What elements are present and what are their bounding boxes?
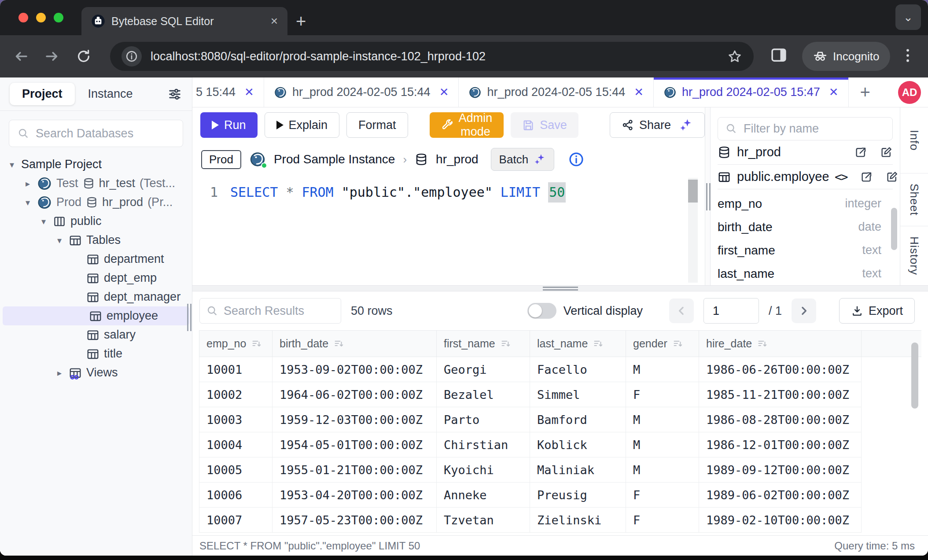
- tab-close-icon[interactable]: ✕: [244, 85, 254, 99]
- cell-first-name[interactable]: Parto: [437, 407, 530, 432]
- editor-tab-active[interactable]: hr_prod 2024-02-05 15:47 ✕: [654, 77, 849, 107]
- view-code-icon[interactable]: <>: [835, 170, 847, 184]
- tab-close-icon[interactable]: ✕: [634, 85, 644, 99]
- tree-item-table[interactable]: employee: [3, 306, 189, 325]
- cell-birth-date[interactable]: 1959-12-03T00:00:00Z: [273, 407, 437, 432]
- results-scrollbar-thumb[interactable]: [911, 343, 918, 409]
- column-row[interactable]: last_name text: [718, 262, 893, 285]
- tab-project[interactable]: Project: [10, 83, 75, 105]
- instance-name[interactable]: Prod Sample Instance: [274, 152, 395, 166]
- table-row[interactable]: 10003 1959-12-03T00:00:00Z Parto Bamford…: [199, 407, 921, 432]
- tab-search-chevron-button[interactable]: ⌄: [895, 4, 921, 30]
- tab-close-icon[interactable]: ✕: [439, 85, 449, 99]
- macos-minimize-button[interactable]: [36, 13, 46, 22]
- cell-hire-date[interactable]: 1986-12-01T00:00:00Z: [699, 432, 862, 457]
- cell-birth-date[interactable]: 1954-05-01T00:00:00Z: [273, 432, 437, 457]
- tree-item-table[interactable]: dept_manager: [0, 287, 192, 306]
- tree-item-tables-group[interactable]: ▾ Tables: [0, 231, 192, 250]
- schema-table-row[interactable]: public.employee <>: [718, 165, 893, 189]
- url-text[interactable]: localhost:8080/sql-editor/prod-sample-in…: [151, 50, 718, 63]
- cell-birth-date[interactable]: 1964-06-02T00:00:00Z: [273, 382, 437, 407]
- cell-last-name[interactable]: Facello: [530, 357, 626, 382]
- export-button[interactable]: Export: [839, 298, 915, 324]
- cell-first-name[interactable]: Anneke: [437, 483, 530, 508]
- tree-item-project[interactable]: ▾ Sample Project: [0, 155, 192, 174]
- caret-down-icon[interactable]: ▾: [7, 159, 17, 170]
- site-info-icon[interactable]: [122, 46, 142, 66]
- forward-icon[interactable]: [42, 47, 62, 66]
- cell-first-name[interactable]: Chirstian: [437, 432, 530, 457]
- cell-last-name[interactable]: Koblick: [530, 432, 626, 457]
- cell-emp-no[interactable]: 10001: [199, 357, 273, 382]
- sort-icon[interactable]: [593, 339, 604, 349]
- tree-settings-icon[interactable]: [167, 87, 182, 102]
- column-header[interactable]: first_name: [437, 331, 530, 357]
- tab-close-icon[interactable]: ✕: [829, 85, 839, 99]
- cell-emp-no[interactable]: 10007: [199, 508, 273, 533]
- tree-item-views-group[interactable]: ▸ Views: [0, 363, 192, 382]
- cell-emp-no[interactable]: 10005: [199, 457, 273, 483]
- connection-info-icon[interactable]: [568, 151, 584, 167]
- column-header[interactable]: hire_date: [699, 331, 862, 357]
- tree-item-schema-public[interactable]: ▾ public: [0, 212, 192, 231]
- cell-hire-date[interactable]: 1985-11-21T00:00:00Z: [699, 382, 862, 407]
- table-row[interactable]: 10007 1957-05-23T00:00:00Z Tzvetan Zieli…: [199, 508, 921, 533]
- cell-first-name[interactable]: Georgi: [437, 357, 530, 382]
- cell-gender[interactable]: F: [626, 508, 699, 533]
- cell-hire-date[interactable]: 1989-02-10T00:00:00Z: [699, 508, 862, 533]
- rail-tab-info[interactable]: Info: [900, 107, 928, 173]
- splitter-grip[interactable]: [706, 183, 711, 210]
- caret-down-icon[interactable]: ▾: [39, 216, 48, 227]
- sort-icon[interactable]: [334, 339, 344, 349]
- admin-mode-button[interactable]: Admin mode: [430, 112, 504, 138]
- column-header[interactable]: emp_no: [199, 331, 273, 357]
- side-panel-icon[interactable]: [770, 46, 788, 64]
- caret-down-icon[interactable]: ▾: [55, 235, 64, 246]
- prev-page-button[interactable]: [669, 298, 694, 323]
- column-header[interactable]: gender: [626, 331, 699, 357]
- cell-gender[interactable]: F: [626, 483, 699, 508]
- results-splitter[interactable]: [192, 285, 928, 291]
- macos-zoom-button[interactable]: [54, 13, 63, 22]
- editor-tab[interactable]: hr_prod 2024-02-05 15:44 ✕: [459, 77, 654, 107]
- tree-item-table[interactable]: dept_emp: [0, 269, 192, 287]
- user-avatar[interactable]: AD: [898, 81, 921, 104]
- batch-button[interactable]: Batch: [491, 148, 555, 171]
- page-input[interactable]: [703, 298, 759, 324]
- column-header[interactable]: last_name: [530, 331, 626, 357]
- tree-item-table[interactable]: salary: [0, 325, 192, 344]
- results-search-box[interactable]: Search Results: [199, 298, 341, 324]
- column-header[interactable]: birth_date: [273, 331, 437, 357]
- cell-gender[interactable]: M: [626, 407, 699, 432]
- explain-button[interactable]: Explain: [265, 112, 340, 138]
- sort-icon[interactable]: [757, 339, 768, 349]
- cell-last-name[interactable]: Preusig: [530, 483, 626, 508]
- editor-scrollbar-thumb[interactable]: [688, 180, 698, 203]
- sql-editor[interactable]: 1 SELECT * FROM "public"."employee" LIMI…: [192, 176, 705, 285]
- open-external-icon[interactable]: [854, 146, 867, 159]
- cell-last-name[interactable]: Bamford: [530, 407, 626, 432]
- new-tab-button[interactable]: +: [296, 12, 306, 30]
- schema-scrollbar-thumb[interactable]: [891, 208, 897, 250]
- cell-emp-no[interactable]: 10002: [199, 382, 273, 407]
- splitter-grip[interactable]: [543, 287, 578, 291]
- caret-down-icon[interactable]: ▾: [23, 197, 33, 208]
- url-bar[interactable]: localhost:8080/sql-editor/prod-sample-in…: [110, 42, 754, 71]
- tree-item-prod-database[interactable]: ▾ Prod hr_prod (Pr...: [0, 193, 192, 212]
- new-sheet-button[interactable]: +: [849, 77, 882, 107]
- cell-hire-date[interactable]: 1986-06-26T00:00:00Z: [699, 357, 862, 382]
- edit-icon[interactable]: [885, 170, 899, 184]
- schema-database-row[interactable]: hr_prod: [718, 140, 893, 165]
- cell-emp-no[interactable]: 10006: [199, 483, 273, 508]
- cell-gender[interactable]: F: [626, 382, 699, 407]
- format-button[interactable]: Format: [346, 112, 408, 138]
- edit-icon[interactable]: [880, 146, 893, 159]
- vertical-display-toggle[interactable]: [527, 303, 556, 319]
- bookmark-star-icon[interactable]: [727, 49, 742, 64]
- cell-gender[interactable]: M: [626, 457, 699, 483]
- database-name[interactable]: hr_prod: [436, 152, 479, 166]
- table-row[interactable]: 10004 1954-05-01T00:00:00Z Chirstian Kob…: [199, 432, 921, 457]
- cell-emp-no[interactable]: 10004: [199, 432, 273, 457]
- tab-instance[interactable]: Instance: [88, 87, 133, 101]
- database-search-box[interactable]: Search Databases: [9, 120, 183, 147]
